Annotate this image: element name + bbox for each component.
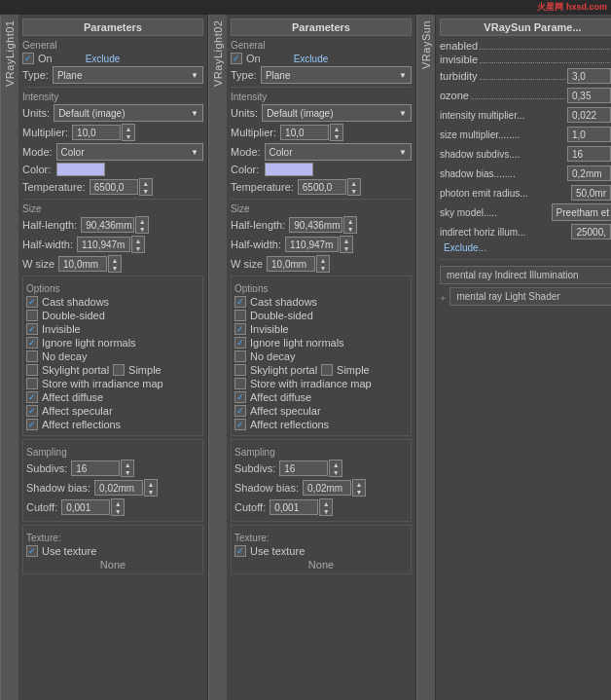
panel2-shadow-bias-input[interactable]: 0,02mm (303, 480, 351, 496)
panel2-affect-specular-check[interactable] (234, 405, 246, 417)
panel1-texture: Texture: Use texture None (22, 525, 203, 574)
panel1-cast-shadows-check[interactable] (26, 296, 38, 308)
panel1-multiplier-label: Multiplier: (22, 127, 68, 138)
sun-invisible-label: invisible (440, 54, 478, 65)
panel2-affect-reflections-check[interactable] (234, 419, 246, 430)
panel2-shadow-bias-spin[interactable]: ▲▼ (352, 479, 366, 497)
mental-ray-indirect-btn[interactable]: mental ray Indirect Illumination (440, 266, 611, 284)
panel1-color-swatch[interactable] (56, 163, 105, 176)
panel2-affect-specular-label: Affect specular (250, 405, 321, 417)
panel1-no-decay-check[interactable] (26, 350, 38, 362)
panel1-mode-select[interactable]: Color ▼ (56, 143, 203, 161)
sun-photon-input[interactable]: 50,0mr (571, 185, 611, 201)
panel2-no-decay-check[interactable] (234, 350, 246, 362)
panel1-halflength-input[interactable]: 90,436mm (81, 217, 134, 233)
panel2-color-swatch[interactable] (265, 163, 313, 176)
panel2-wsize-input[interactable]: 10,0mm (267, 256, 315, 272)
sun-ozone-input[interactable]: 0,35 (567, 88, 611, 103)
panel1-store-irr-check[interactable] (26, 378, 38, 389)
panel2-cutoff-spin[interactable]: ▲▼ (319, 498, 333, 516)
sun-enabled-label: enabled (440, 40, 478, 52)
panel2-cutoff-input[interactable]: 0,001 (270, 499, 318, 515)
panel1-temp-spin[interactable]: ▲▼ (139, 178, 153, 196)
sun-shadow-bias-label: shadow bias........ (440, 168, 516, 179)
panel2-multiplier-input[interactable]: 10,0 (280, 125, 329, 140)
panel1-invisible-check[interactable] (26, 323, 38, 335)
panel2-type-select[interactable]: Plane ▼ (261, 66, 412, 84)
panel2-halfwidth-spin[interactable]: ▲▼ (340, 236, 353, 253)
panel1-halflength-spin[interactable]: ▲▼ (135, 216, 149, 234)
panel1-use-texture-check[interactable] (26, 545, 38, 557)
panel2-affect-diffuse-check[interactable] (234, 391, 246, 403)
panel1-double-sided-check[interactable] (26, 310, 38, 321)
sun-title: VRaySun Parame... (440, 18, 611, 36)
panel1-temp-input[interactable]: 6500,0 (90, 179, 138, 195)
panel2-simple-check[interactable] (321, 364, 333, 376)
panel2-wsize-spin[interactable]: ▲▼ (316, 255, 330, 273)
sun-sky-model-select[interactable]: Preetham et ▼ (552, 203, 611, 221)
panel1-halfwidth-spin[interactable]: ▲▼ (131, 236, 145, 253)
panel2-store-irr-check[interactable] (234, 378, 246, 389)
panel1-cutoff-spin[interactable]: ▲▼ (111, 498, 125, 516)
panel1-type-select[interactable]: Plane ▼ (53, 66, 203, 84)
panel2-use-texture-check[interactable] (234, 545, 246, 557)
panel1-multiplier-input[interactable]: 10,0 (72, 125, 121, 140)
panel2-invisible-check[interactable] (234, 323, 246, 335)
panel2-color-label: Color: (231, 164, 259, 175)
sun-shadow-bias-input[interactable]: 0,2mm (567, 166, 611, 181)
panel1-skylight-label: Skylight portal (42, 364, 109, 376)
panel2-mode-select[interactable]: Color ▼ (265, 143, 412, 161)
panel2-skylight-label: Skylight portal (250, 364, 317, 376)
panel1-shadow-bias-spin[interactable]: ▲▼ (144, 479, 158, 497)
mental-ray-light-shader-btn[interactable]: mental ray Light Shader (449, 287, 611, 306)
sun-photon-label: photon emit radius... (440, 188, 528, 199)
panel1-halfwidth-input[interactable]: 110,947m (77, 237, 130, 252)
panel2-subdivs-input[interactable]: 16 (279, 461, 328, 476)
sun-intensity-input[interactable]: 0,022 (567, 107, 611, 123)
panel1-subdivs-input[interactable]: 16 (71, 461, 120, 476)
panel2-multiplier-spin[interactable]: ▲▼ (330, 124, 343, 141)
panel1-subdivs-spin[interactable]: ▲▼ (121, 460, 134, 477)
panel2-halfwidth-input[interactable]: 110,947m (285, 237, 339, 252)
panel1-multiplier-spin[interactable]: ▲▼ (122, 124, 135, 141)
panel2-on-checkbox[interactable] (231, 53, 242, 64)
panel1-affect-diffuse-check[interactable] (26, 391, 38, 403)
sun-indirect-input[interactable]: 25000, (571, 224, 611, 239)
sun-turbidity-input[interactable]: 3,0 (567, 68, 611, 84)
panel1-texture-label: Texture: (26, 533, 199, 543)
panel1-affect-specular-check[interactable] (26, 405, 38, 417)
panel1-ignore-normals-check[interactable] (26, 337, 38, 349)
panel2-halflength-input[interactable]: 90,436mm (289, 217, 342, 233)
panel2-texture: Texture: Use texture None (231, 525, 412, 574)
sun-shadow-subdivs-input[interactable]: 16 (567, 146, 611, 162)
panel1-shadow-bias-input[interactable]: 0,02mm (94, 480, 143, 496)
panel2-temp-input[interactable]: 6500,0 (298, 179, 346, 195)
panel2-cast-shadows-check[interactable] (234, 296, 246, 308)
panel1-skylight-check[interactable] (26, 364, 38, 376)
sun-intensity-label: intensity multiplier... (440, 110, 524, 121)
panel2-affect-reflections-label: Affect reflections (250, 419, 329, 430)
panel2-double-sided-check[interactable] (234, 310, 246, 321)
panel1-cutoff-input[interactable]: 0,001 (61, 499, 110, 515)
panel1-wsize-input[interactable]: 10,0mm (58, 256, 107, 272)
panel1-affect-reflections-check[interactable] (26, 419, 38, 430)
panel2-skylight-check[interactable] (234, 364, 246, 376)
panel1-exclude-link[interactable]: Exclude (86, 54, 121, 64)
panel2-halflength-spin[interactable]: ▲▼ (343, 216, 357, 234)
sun-sky-model-row: sky model..... Preetham et ▼ (440, 203, 611, 221)
panel1-none-label: None (26, 559, 199, 571)
panel2-units-select[interactable]: Default (image) ▼ (262, 104, 412, 122)
panel1-on-checkbox[interactable] (22, 53, 34, 64)
panel1-simple-check[interactable] (113, 364, 125, 376)
panel2-ignore-normals-check[interactable] (234, 337, 246, 349)
sun-size-input[interactable]: 1,0 (567, 127, 611, 142)
panel2-subdivs-label: Subdivs: (234, 462, 275, 474)
panel2-subdivs-spin[interactable]: ▲▼ (329, 460, 342, 477)
sun-exclude-link[interactable]: Exclude... (444, 242, 486, 253)
panel2-exclude-link[interactable]: Exclude (294, 54, 329, 64)
panel1-wsize-spin[interactable]: ▲▼ (108, 255, 122, 273)
panel1-units-select[interactable]: Default (image) ▼ (54, 104, 203, 122)
panel2-temp-spin[interactable]: ▲▼ (347, 178, 361, 196)
panel2-ignore-normals-label: Ignore light normals (250, 337, 344, 349)
panel1-temp-label: Temperature: (22, 181, 86, 193)
